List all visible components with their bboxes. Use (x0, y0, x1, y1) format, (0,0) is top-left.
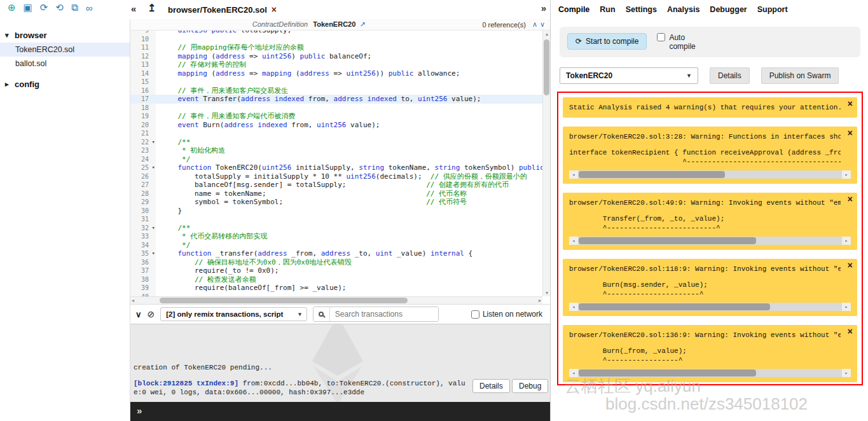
scroll-right-icon[interactable]: ▸ (842, 170, 851, 179)
code-text: symbol = tokenSymbol; // 代币符号 (156, 198, 542, 207)
line-number: 20 (130, 121, 156, 130)
contract-select[interactable]: TokenERC20 ▼ (560, 67, 698, 84)
tab-close-icon[interactable]: × (272, 4, 277, 15)
scroll-thumb[interactable] (579, 171, 725, 178)
scroll-left-icon[interactable]: ◂ (569, 237, 578, 245)
close-icon[interactable]: × (848, 327, 853, 337)
warning-scrollbar[interactable]: ◂▸ (569, 303, 851, 311)
auto-compile: Auto compile (657, 33, 701, 51)
auto-compile-checkbox[interactable] (657, 33, 665, 41)
previous-reference-icon[interactable]: ∧ (532, 20, 537, 29)
warning-location: browser/TokenERC20.sol:136:9: Warning: I… (569, 331, 841, 340)
listen-on-network-checkbox[interactable] (471, 310, 479, 319)
line-number: 21 (130, 129, 156, 138)
menu-debugger[interactable]: Debugger (710, 5, 747, 14)
menu-analysis[interactable]: Analysis (667, 5, 699, 14)
code-line-21: 21 (130, 129, 542, 138)
start-compile-button[interactable]: ⟳ Start to compile (567, 33, 647, 50)
folder-browser[interactable]: ▾browser (0, 28, 130, 43)
search-transactions[interactable] (313, 307, 439, 322)
fold-arrow-icon[interactable]: ▾ (152, 224, 155, 233)
horizontal-scroll-thumb[interactable] (160, 298, 408, 303)
close-icon[interactable]: × (848, 195, 853, 205)
contract-details-button[interactable]: Details (710, 67, 750, 84)
code-line-15: 15 (130, 78, 542, 86)
line-number: 15 (130, 78, 156, 86)
close-icon[interactable]: × (848, 128, 853, 139)
terminal-clear-icon[interactable]: ⊘ (148, 309, 155, 319)
warning-box-1: ×browser/TokenERC20.sol:3:28: Warning: F… (563, 127, 857, 184)
tx-debug-button[interactable]: Debug (512, 379, 548, 393)
refresh-icon[interactable]: ⟳ (40, 2, 48, 13)
static-analysis-message: Static Analysis raised 4 warning(s) that… (569, 103, 841, 113)
scroll-left-icon[interactable]: ◂ (569, 369, 578, 377)
expand-right-panel-icon[interactable]: » (541, 3, 546, 13)
scroll-left-icon[interactable]: ◂ (569, 170, 578, 179)
close-icon[interactable]: × (848, 261, 853, 271)
scroll-left-icon[interactable]: ◂ (569, 303, 578, 311)
warning-scrollbar[interactable]: ◂▸ (569, 237, 851, 245)
search-icon[interactable] (313, 307, 330, 321)
code-line-11: 11 // 用mapping保存每个地址对应的余额 (130, 43, 542, 52)
warning-caret-line: ^----------------------^ (569, 290, 841, 298)
code-text: */ (156, 155, 542, 164)
tree-gap (0, 71, 130, 77)
menu-settings[interactable]: Settings (626, 5, 657, 14)
scroll-thumb[interactable] (579, 369, 756, 376)
file-explorer: ▾browserTokenERC20.solballot.sol▸config (0, 19, 130, 421)
line-number: 11 (130, 43, 156, 52)
file-TokenERC20.sol[interactable]: TokenERC20.sol (0, 43, 130, 57)
scroll-right-icon[interactable]: ▸ (842, 237, 851, 245)
code-text: // 检查发送者余额 (156, 275, 542, 284)
line-number: 29 (130, 198, 156, 207)
fold-arrow-icon[interactable]: ▾ (152, 138, 155, 147)
scroll-right-icon[interactable]: ▸ (842, 369, 851, 377)
publish-on-swarm-button[interactable]: Publish on Swarm (761, 67, 839, 84)
menu-support[interactable]: Support (757, 5, 788, 14)
editor-horizontal-scrollbar[interactable]: ◂ ▸ (130, 296, 542, 304)
scroll-thumb[interactable] (579, 303, 770, 310)
top-toolbar: ⊕▣⟳⟲⧉∞ « ↥ browser/TokenERC20.sol × » (0, 0, 550, 19)
file-ballot.sol[interactable]: ballot.sol (0, 57, 130, 71)
code-line-19: 19 // 事件，用来通知客户端代币被消费 (130, 112, 542, 121)
search-transactions-input[interactable] (330, 307, 438, 321)
code-editor[interactable]: 9 uint256 public totalSupply;1011 // 用ma… (130, 31, 542, 296)
code-text: } (156, 207, 542, 216)
line-number: 30 (130, 207, 156, 216)
sync-icon[interactable]: ⟲ (55, 2, 64, 13)
warning-scrollbar[interactable]: ◂▸ (569, 369, 851, 377)
share-link-icon[interactable]: ∞ (86, 3, 93, 13)
copy-files-icon[interactable]: ⧉ (71, 2, 78, 13)
prompt-arrow-icon[interactable]: » (137, 405, 142, 416)
jump-to-definition-icon[interactable]: ↗ (359, 20, 365, 28)
menu-compile[interactable]: Compile (558, 5, 589, 14)
collapse-panel-icon[interactable]: « (131, 3, 136, 14)
menu-run[interactable]: Run (600, 5, 615, 14)
code-text: totalSupply = initialSupply * 10 ** uint… (156, 172, 542, 181)
editor-tab[interactable]: browser/TokenERC20.sol × (164, 3, 280, 17)
block-tx-link[interactable]: [block:2912825 txIndex:9] (134, 380, 238, 387)
vertical-scroll-thumb[interactable] (544, 39, 549, 95)
close-icon[interactable]: × (848, 99, 853, 109)
terminal-expand-icon[interactable]: ∨ (135, 310, 142, 319)
scroll-thumb[interactable] (579, 237, 756, 244)
scroll-right-icon[interactable]: ▸ (842, 303, 851, 311)
warning-box-2: ×browser/TokenERC20.sol:49:9: Warning: I… (563, 193, 857, 250)
fold-arrow-icon[interactable]: ▾ (152, 163, 155, 172)
warning-code-snippet: Burn(_from, _value); (569, 347, 841, 356)
folder-config[interactable]: ▸config (0, 77, 130, 92)
line-number: 12 (130, 52, 156, 61)
next-reference-icon[interactable]: ∨ (540, 20, 545, 29)
new-file-icon[interactable]: ⊕ (8, 2, 16, 13)
tx-details-button[interactable]: Details (472, 379, 510, 393)
publish-gist-icon[interactable]: ↥ (148, 2, 156, 14)
line-number: 34 (130, 241, 156, 250)
code-lines: 9 uint256 public totalSupply;1011 // 用ma… (130, 31, 542, 296)
transactions-filter-dropdown[interactable]: [2] only remix transactions, script ▾ (160, 307, 307, 321)
warning-scrollbar[interactable]: ◂▸ (569, 170, 851, 179)
editor-vertical-scrollbar[interactable]: ▴ ▾ (542, 31, 550, 296)
fold-arrow-icon[interactable]: ▾ (152, 249, 155, 258)
open-folder-icon[interactable]: ▣ (24, 2, 32, 13)
line-number: 26 (130, 172, 156, 181)
line-number: 33 (130, 232, 156, 241)
